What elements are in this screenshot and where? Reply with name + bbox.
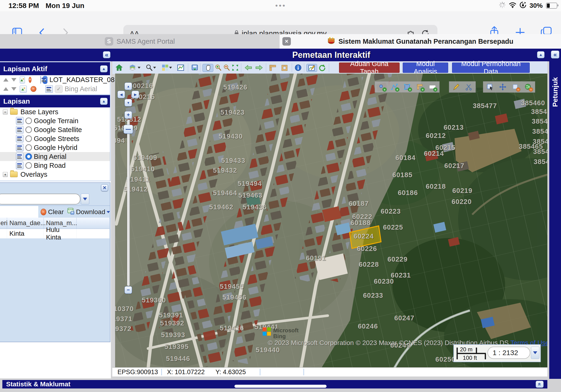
map-viewport[interactable]: 5002165002155188125188998945194095194105… (115, 74, 547, 367)
collapse-header-icon[interactable]: ▲ (537, 51, 545, 58)
scale-select[interactable]: 1 : 2132 (487, 347, 530, 359)
add-polygon-icon[interactable]: + (403, 83, 411, 91)
select-feature-icon[interactable] (486, 83, 494, 91)
close-panel-icon[interactable]: ✕ (101, 184, 108, 191)
pan-up-icon[interactable]: ▲ (125, 83, 132, 90)
collapse-node-icon[interactable]: − (3, 109, 8, 114)
layer-properties-icon[interactable] (16, 153, 23, 160)
zoom-out-icon[interactable] (223, 64, 231, 71)
layer-properties-icon[interactable] (40, 76, 41, 84)
move-feature-icon[interactable] (499, 83, 507, 91)
move-layer-down-icon[interactable] (11, 78, 16, 82)
layer-row-bing-road[interactable]: Bing Road (0, 161, 110, 170)
expand-petunjuk-icon[interactable]: « (551, 51, 559, 58)
basemap-gallery-icon[interactable] (161, 64, 173, 71)
identify-info-icon[interactable] (294, 64, 302, 71)
tree-node-overlays[interactable]: + Overlays (0, 170, 110, 179)
layer-properties-icon[interactable] (45, 85, 53, 93)
tab-iplan[interactable]: ✕ Sistem Maklumat Gunatanah Perancangan … (280, 34, 561, 49)
layer-row-bing-aerial[interactable]: Bing Aerial (0, 152, 110, 161)
previous-extent-icon[interactable] (244, 64, 252, 71)
modul-permohonan-data-button[interactable]: Modul Permohonan Data (452, 63, 530, 73)
full-extent-icon[interactable] (231, 64, 239, 71)
layers-tool-icon[interactable] (129, 64, 141, 71)
petunjuk-tab[interactable]: Petunjuk (549, 66, 561, 118)
next-extent-icon[interactable] (255, 64, 263, 71)
home-indicator[interactable] (235, 385, 326, 388)
layer-style-icon[interactable] (20, 86, 27, 93)
base-layer-radio[interactable] (25, 153, 32, 160)
layer-properties-icon[interactable] (16, 162, 23, 169)
lot-number-label: 60229 (387, 255, 408, 263)
base-layer-radio[interactable] (25, 118, 32, 124)
overview-map-icon[interactable] (177, 64, 185, 71)
column-header[interactable]: eri (0, 218, 7, 229)
cut-scissors-icon[interactable] (465, 83, 473, 91)
zoom-tools-icon[interactable] (145, 64, 157, 71)
measure-area-icon[interactable] (280, 64, 289, 71)
collapse-panel-icon[interactable]: ▲ (100, 65, 108, 72)
multitask-dots-icon[interactable]: ••• (270, 0, 291, 11)
layer-properties-icon[interactable] (16, 144, 23, 151)
search-input[interactable] (0, 194, 80, 205)
zoom-slider-track[interactable] (127, 120, 130, 286)
add-measure-icon[interactable]: + (416, 83, 424, 91)
base-layer-radio[interactable] (25, 135, 32, 142)
expand-node-icon[interactable]: + (3, 172, 8, 177)
layer-style-icon[interactable] (20, 76, 25, 83)
search-dropdown-icon[interactable] (81, 194, 89, 205)
pan-tool-icon[interactable] (203, 64, 213, 72)
layer-row-google-streets[interactable]: Google Streets (0, 134, 110, 143)
layer-row-google-satellite[interactable]: Google Satellite (0, 125, 110, 134)
refresh-map-icon[interactable] (318, 64, 326, 71)
column-header[interactable]: Nama_dae... (7, 218, 44, 229)
base-layer-radio[interactable] (25, 144, 32, 151)
layer-properties-icon[interactable] (16, 117, 23, 125)
pan-down-icon[interactable]: ▼ (125, 99, 132, 107)
table-row[interactable]: Kinta Hulu Kinta (0, 229, 109, 239)
column-header[interactable] (76, 218, 109, 229)
layer-checkbox[interactable]: ✓ (55, 85, 63, 93)
add-label-icon[interactable]: + (429, 83, 436, 91)
pan-left-icon[interactable]: ◀ (118, 91, 125, 98)
close-tab-icon[interactable]: ✕ (282, 37, 291, 46)
pan-right-icon[interactable]: ▶ (131, 91, 139, 98)
remove-layer-icon[interactable]: − (31, 86, 36, 92)
add-line-icon[interactable]: + (390, 83, 399, 91)
layer-properties-icon[interactable] (16, 135, 23, 142)
edit-pencil-icon[interactable] (452, 83, 460, 91)
collapse-sidebar-icon[interactable]: « (103, 51, 110, 58)
layer-properties-icon[interactable] (16, 126, 23, 133)
move-layer-up-icon[interactable] (3, 87, 9, 91)
layer-row-google-hybrid[interactable]: Google Hybrid (0, 143, 110, 152)
zoom-in-icon[interactable] (214, 64, 222, 71)
home-extent-icon[interactable] (115, 64, 123, 71)
tab-sams-agent-portal[interactable]: S SAMS Agent Portal (0, 34, 280, 49)
base-layer-radio[interactable] (25, 162, 32, 169)
remove-layer-icon[interactable]: − (29, 77, 32, 83)
download-button[interactable]: Download (76, 208, 105, 216)
clear-button[interactable]: Clear (48, 208, 64, 216)
zoom-in-button[interactable]: + (125, 111, 132, 119)
move-layer-down-icon[interactable] (11, 87, 16, 91)
draw-on-map-icon[interactable] (306, 64, 317, 72)
filter-input[interactable] (0, 206, 38, 218)
collapse-panel-icon[interactable]: ▲ (100, 98, 108, 105)
aduan-guna-tanah-button[interactable]: Aduan Guna Tanah (339, 63, 399, 73)
clear-all-features-icon[interactable]: − (524, 83, 532, 91)
move-layer-up-icon[interactable] (3, 78, 9, 82)
scale-select-caret-icon[interactable] (531, 347, 539, 359)
tree-node-base-layers[interactable]: − Base Layers (0, 107, 110, 116)
delete-feature-icon[interactable]: − (511, 83, 519, 91)
zoom-out-button[interactable]: − (125, 286, 132, 294)
expand-statistik-icon[interactable]: « (536, 381, 544, 388)
base-layer-radio[interactable] (25, 126, 32, 133)
add-point-icon[interactable]: + (378, 83, 386, 91)
lapisan-aktif-panel: Lapisan Aktif ▲ − ✓ LOT_KADASTER_08 − ✓ … (0, 62, 110, 95)
export-map-icon[interactable] (191, 64, 199, 71)
modul-analisis-button[interactable]: Modul Analisis (403, 63, 448, 73)
zoom-slider-handle[interactable] (124, 125, 133, 134)
measure-distance-icon[interactable] (269, 64, 277, 71)
download-caret-icon[interactable] (107, 211, 110, 213)
layer-row-google-terrain[interactable]: Google Terrain (0, 116, 110, 125)
